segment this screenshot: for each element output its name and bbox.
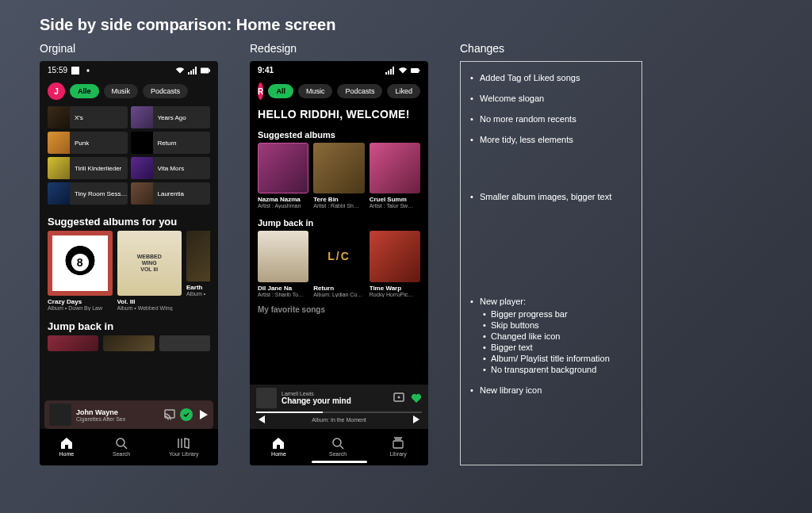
avatar[interactable]: R [258,82,263,100]
redesign-phone: 9:41 R All Music Podcasts Liked HELLO RI… [250,61,428,465]
change-item: Smaller album images, bigger text [470,192,632,201]
wifi-icon [398,67,408,75]
svg-point-1 [86,69,89,71]
battery-icon [201,67,210,75]
home-icon [272,437,285,450]
recents-grid: X's Years Ago Punk Return Tirili Kinderl… [40,106,218,211]
change-subitem: Bigger progress bar [480,309,632,319]
album-card[interactable] [48,335,98,354]
album-card[interactable] [159,335,210,354]
recent-tile[interactable]: Vita Mors [131,157,211,179]
change-item: Welcome slogan [470,94,632,103]
recent-tile[interactable]: Return [131,132,211,154]
album-card[interactable]: Tere Bin Artist : Rabbi Sh… [313,143,364,209]
suggested-row: Nazma Nazma Artist : Ayushman Tere Bin A… [250,143,428,213]
album-card[interactable]: Crazy Days Album • Down By Law [48,231,113,311]
battery-icon [411,67,420,75]
recent-tile[interactable]: Tirili Kinderlieder [48,157,128,179]
svg-rect-3 [209,69,210,71]
change-item: More tidy, less elements [470,135,632,144]
svg-rect-2 [201,67,209,73]
status-time: 9:41 [258,66,274,75]
nav-home[interactable]: Home [59,437,74,457]
album-card[interactable]: WEBBEDWINGVOL iii Vol. III Album • Webbe… [117,231,182,311]
progress-bar[interactable] [256,412,422,413]
signal-icon [188,67,197,75]
change-subitem: Bigger text [480,343,632,352]
status-icons-right [385,67,420,75]
filter-pill-podcasts[interactable]: Podcasts [143,84,188,98]
suggested-heading: Suggested albums for you [40,211,218,231]
cast-icon[interactable] [164,409,175,420]
now-playing-title: John Wayne [76,408,159,416]
signal-icon [385,67,395,75]
play-icon[interactable] [197,409,209,420]
changes-box: Added Tag of Liked songs Welcome slogan … [460,61,642,465]
jump-row [40,335,218,358]
avatar[interactable]: J [48,82,65,100]
player-thumb [256,388,277,408]
album-card[interactable]: Earth Album • [186,231,210,311]
library-icon [178,437,190,450]
original-phone: 15:59 J Alle Musik Podcasts X's Years Ag… [40,61,218,465]
player-title: Change your mind [282,396,389,405]
change-item: New library icon [470,385,632,395]
status-time: 15:59 [48,66,67,75]
filter-pill-podcasts[interactable]: Podcasts [337,84,382,98]
status-icons-left [71,67,93,75]
svg-point-6 [117,438,124,446]
heart-icon[interactable] [411,392,422,404]
mini-player[interactable]: John Wayne Cigarettes After Sex [44,400,213,429]
page-title: Side by side comparison: Home screen [0,0,812,42]
filter-pill-liked[interactable]: Liked [387,84,420,98]
filter-pill-all[interactable]: All [268,84,293,98]
recent-tile[interactable]: X's [48,106,128,128]
player-album-info: Album: In the Moment [312,417,366,423]
nav-search[interactable]: Search [329,437,347,457]
filter-pill-music[interactable]: Music [298,84,333,98]
favorites-heading: My favorite songs [250,302,428,314]
now-playing-artist: Cigarettes After Sex [76,416,159,422]
change-subitem: No transparent background [480,365,632,374]
album-card[interactable]: Time Warp Rocky HorroPic… [370,231,420,297]
search-icon [331,437,344,450]
change-subitem: Skip buttons [480,320,632,330]
jump-heading: Jump back in [250,213,428,231]
album-card[interactable]: L/C Return Album: Lydian Co… [313,231,364,297]
recent-tile[interactable]: Punk [48,132,128,154]
nav-library[interactable]: Library [389,437,406,457]
player-artist: Larnell Lewis [282,391,389,396]
svg-rect-8 [419,69,419,71]
change-item: New player: Bigger progress bar Skip but… [470,297,632,374]
album-card[interactable]: Nazma Nazma Artist : Ayushman [258,143,308,209]
filter-pill-all[interactable]: Alle [70,84,99,98]
wifi-icon [175,67,185,75]
recent-tile[interactable]: Years Ago [131,106,211,128]
album-card[interactable]: Cruel Summ Artist : Talor Sw… [370,143,420,209]
status-bar: 9:41 [250,61,428,78]
change-subitem: Changed like icon [480,331,632,341]
svg-point-11 [333,438,341,446]
skip-next-icon[interactable] [412,415,422,424]
redesign-label: Redesign [250,42,428,55]
album-card[interactable]: Dil Jane Na Artist : Sharib To… [258,231,308,297]
svg-rect-7 [411,68,419,73]
recent-tile[interactable]: Tiny Room Sessions [48,182,128,205]
player[interactable]: Larnell Lewis Change your mind Album: In… [250,385,428,429]
recent-tile[interactable]: Laurentia [131,182,211,205]
filter-row: J Alle Musik Podcasts [40,78,218,106]
dot-icon [83,67,93,75]
home-indicator [312,461,367,463]
filter-pill-music[interactable]: Musik [104,84,139,98]
search-icon [115,437,128,450]
jump-heading: Jump back in [40,316,218,335]
album-card[interactable] [103,335,154,354]
mini-player-thumb [49,404,71,426]
skip-prev-icon[interactable] [256,415,266,424]
original-label: Orginal [40,42,218,55]
check-icon[interactable] [180,408,193,421]
nav-library[interactable]: Your Library [169,437,199,457]
nav-home[interactable]: Home [271,437,286,457]
cast-icon[interactable] [393,392,404,404]
nav-search[interactable]: Search [113,437,130,457]
